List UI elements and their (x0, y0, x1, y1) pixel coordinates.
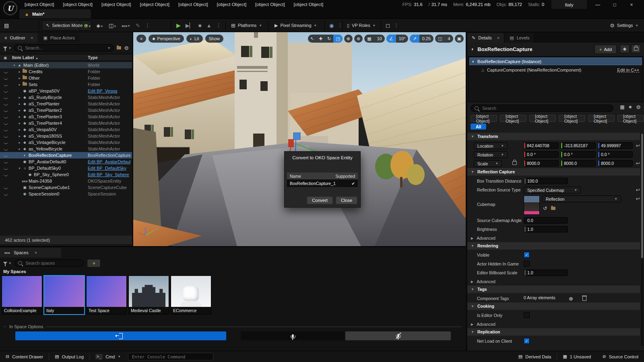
menu-item[interactable]: [object Object] (213, 2, 251, 7)
outliner-row[interactable]: ◉ BP_Sky_Sphere0 Edit BP_Sky_Sphere (0, 171, 132, 178)
expander-icon[interactable]: ▸ (17, 109, 22, 112)
outliner-row[interactable]: ◉ aBP_Vespa50V Edit BP_Vespa (0, 88, 132, 94)
menu-item[interactable]: [object Object] (174, 2, 213, 7)
expander-icon[interactable]: ▾ (12, 64, 17, 67)
visibility-eye-icon[interactable] (4, 90, 8, 93)
rotation-y-field[interactable]: 0.0 ° (561, 151, 596, 158)
cinematics-dropdown[interactable]: ◫▼ (109, 23, 117, 29)
outliner-row[interactable]: ▸ ◆ aS_Vespa180SS StaticMeshActor (0, 133, 132, 139)
visibility-eye-icon[interactable] (4, 161, 8, 163)
capture-component-row[interactable]: △ CaptureComponent (NewReflectionCompone… (469, 66, 642, 74)
blueprints-dropdown[interactable]: ◈▼ (96, 23, 103, 29)
filter-dropdown[interactable]: ▼ (3, 46, 11, 50)
filter-dropdown[interactable]: ▼ (3, 261, 11, 265)
location-y-field[interactable]: -313.853187 (561, 142, 596, 149)
oko-dropdown[interactable]: oco▼ (122, 23, 130, 28)
instance-row[interactable]: ◐ BoxReflectionCapture (Instance) (469, 58, 642, 65)
space-card[interactable]: Medieval Castle (128, 276, 169, 315)
rotation-dropdown[interactable]: Rotation▼ (474, 151, 508, 158)
menu-item[interactable]: [object Object] (97, 2, 136, 7)
tab-details[interactable]: ✎ Details × (467, 33, 504, 43)
section-rendering[interactable]: ▼Rendering (467, 242, 640, 250)
visibility-eye-icon[interactable] (4, 84, 8, 86)
settings-dropdown[interactable]: ⚙ Settings ▼ (610, 23, 638, 29)
filter-chip[interactable]: [object Object] (588, 115, 615, 122)
show-dropdown[interactable]: Show (205, 35, 224, 43)
outliner-row[interactable]: ▸ ◆ as_YellowBicycle StaticMeshActor (0, 146, 132, 152)
cubemap-thumbnail[interactable] (524, 195, 540, 215)
dialog-table-row[interactable]: BoxReflectionCapture_1 ✔ (287, 179, 358, 187)
editor-modes-icon[interactable]: ✎ (136, 23, 140, 29)
outliner-row[interactable]: ▸ Other Folder (0, 75, 132, 81)
visibility-eye-icon[interactable] (4, 148, 8, 150)
platforms-dropdown[interactable]: ⊞ Platforms ▼ (231, 23, 262, 29)
details-search[interactable] (471, 105, 613, 112)
stop-icon[interactable]: ■ (198, 23, 202, 29)
outliner-row[interactable]: ▸ Sets Folder (0, 81, 132, 88)
viewport-menu-button[interactable]: ≡ (136, 35, 146, 43)
more-options-icon[interactable]: ⋮ (145, 23, 150, 28)
expander-icon[interactable]: ▸ (17, 70, 22, 74)
blueprint-edit-button[interactable]: ◈ (620, 45, 630, 53)
menu-item[interactable]: [object Object] (251, 2, 289, 7)
skip-frame-icon[interactable]: ▶▏ (186, 23, 194, 29)
expander-icon[interactable]: ▸ (17, 141, 22, 144)
expander-icon[interactable]: ▸ (17, 115, 22, 119)
favorites-star-icon[interactable]: ★ (628, 104, 633, 110)
scrollbar-thumb[interactable] (641, 134, 643, 258)
close-icon[interactable]: × (31, 35, 33, 40)
expander-icon[interactable]: ▸ (17, 121, 22, 125)
menu-item[interactable]: [object Object] (136, 2, 174, 7)
cmd-dropdown[interactable]: >_ Cmd ▼ (90, 351, 126, 362)
details-settings-icon[interactable]: ⚙ (636, 104, 641, 110)
rotate-tool-icon[interactable]: ↻ (325, 35, 333, 43)
visibility-eye-icon[interactable] (4, 97, 8, 99)
details-search-input[interactable] (481, 105, 609, 111)
location-z-field[interactable]: 49.999997 (598, 142, 633, 149)
revert-icon[interactable]: ↩ (636, 160, 640, 166)
outliner-row[interactable]: ▸ ◆ aS_Vespa50V StaticMeshActor (0, 126, 132, 133)
location-dropdown[interactable]: Location▼ (474, 142, 508, 149)
expander-icon[interactable]: ▸ (17, 128, 22, 132)
visibility-eye-icon[interactable] (4, 116, 8, 118)
visibility-eye-icon[interactable] (4, 167, 8, 170)
select-tool-icon[interactable]: ↖ (308, 35, 316, 43)
expander-icon[interactable]: ▸ (17, 76, 22, 80)
revert-icon[interactable]: ↩ (636, 187, 640, 193)
close-icon[interactable]: × (35, 250, 37, 255)
outliner-row[interactable]: ▣ SceneCaptureCube1 SceneCaptureCube (0, 184, 132, 191)
eject-icon[interactable]: ▲ (206, 23, 212, 29)
visibility-eye-icon[interactable] (4, 129, 8, 131)
visibility-eye-icon[interactable] (4, 135, 8, 138)
maximize-viewport-button[interactable]: ▣ (455, 35, 464, 43)
source-angle-field[interactable]: 0.0 (524, 217, 568, 224)
derived-data-button[interactable]: ▤ Derived Data (513, 351, 557, 362)
outliner-row[interactable]: ◉ SpaceSession0 SpaceSession (0, 191, 132, 197)
visible-checkbox[interactable]: ✓ (524, 252, 530, 258)
console-command-box[interactable] (128, 353, 213, 360)
location-x-field[interactable]: 842.640708 (524, 142, 559, 149)
section-tags[interactable]: ▼Tags (467, 286, 640, 293)
visibility-eye-icon[interactable] (4, 103, 8, 105)
outliner-settings-icon[interactable]: ⚙ (124, 45, 129, 51)
outliner-search[interactable]: ▼ (14, 44, 114, 51)
add-actor-dropdown[interactable]: ⊕▼ (84, 23, 91, 29)
scale-x-field[interactable]: 8000.0 (524, 160, 559, 167)
column-item-label[interactable]: Item Label ▲ (12, 55, 38, 60)
rotation-x-field[interactable]: 0.0 ° (524, 151, 559, 158)
visibility-eye-icon[interactable] (4, 109, 8, 112)
space-card[interactable]: Italy (44, 276, 85, 315)
camera-speed-control[interactable]: ◫4 (435, 35, 453, 43)
revert-icon[interactable]: ↩ (636, 196, 640, 202)
section-transform[interactable]: ▼Transform (467, 133, 640, 140)
visibility-eye-icon[interactable] (4, 142, 8, 144)
tab-main-level[interactable]: ▲ Main* (19, 9, 91, 19)
visibility-eye-icon[interactable] (4, 154, 8, 157)
space-card[interactable]: CollisionExample (2, 276, 42, 315)
rotation-z-field[interactable]: 0.0 ° (598, 151, 633, 158)
section-cooking[interactable]: ▼Cooking (467, 302, 640, 310)
advanced-expander[interactable]: ▶Advanced (471, 278, 495, 286)
menu-item[interactable]: [object Object] (20, 2, 59, 7)
net-load-checkbox[interactable]: ✓ (524, 338, 530, 344)
scale-z-field[interactable]: 8000.0 (598, 160, 633, 167)
